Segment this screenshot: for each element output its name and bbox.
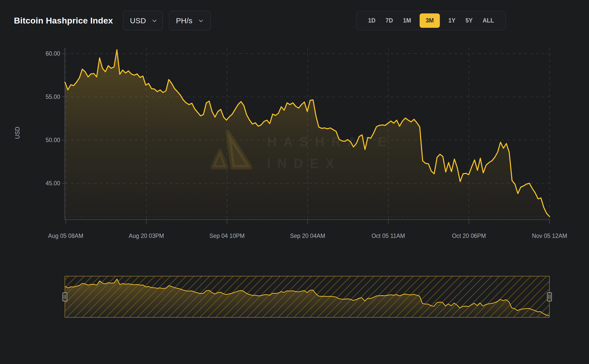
hashprice-chart-page: Bitcoin Hashprice Index USD PH/s 1D 7D 1… bbox=[0, 0, 589, 364]
x-tick-label: Aug 05 08AM bbox=[48, 233, 83, 239]
navigator-handle-left[interactable] bbox=[63, 293, 67, 301]
x-tick-label: Sep 04 10PM bbox=[209, 233, 244, 239]
x-tick-label: Aug 20 03PM bbox=[129, 233, 164, 239]
y-tick-label: 45.00 bbox=[46, 180, 60, 187]
x-tick-label: Nov 05 12AM bbox=[532, 233, 567, 239]
y-tick-label: 55.00 bbox=[46, 94, 60, 100]
y-tick-label: 50.00 bbox=[46, 137, 60, 143]
navigator-handle-right[interactable] bbox=[547, 293, 552, 301]
x-tick-label: Oct 20 06PM bbox=[452, 233, 486, 239]
plot-area[interactable] bbox=[65, 48, 550, 220]
y-tick-label: 60.00 bbox=[46, 50, 60, 57]
navigator[interactable] bbox=[63, 276, 552, 317]
price-chart: 60.0055.0050.0045.00Aug 05 08AMAug 20 03… bbox=[0, 0, 589, 364]
x-tick-label: Sep 20 04AM bbox=[290, 233, 325, 239]
x-tick-label: Oct 05 11AM bbox=[372, 233, 405, 239]
